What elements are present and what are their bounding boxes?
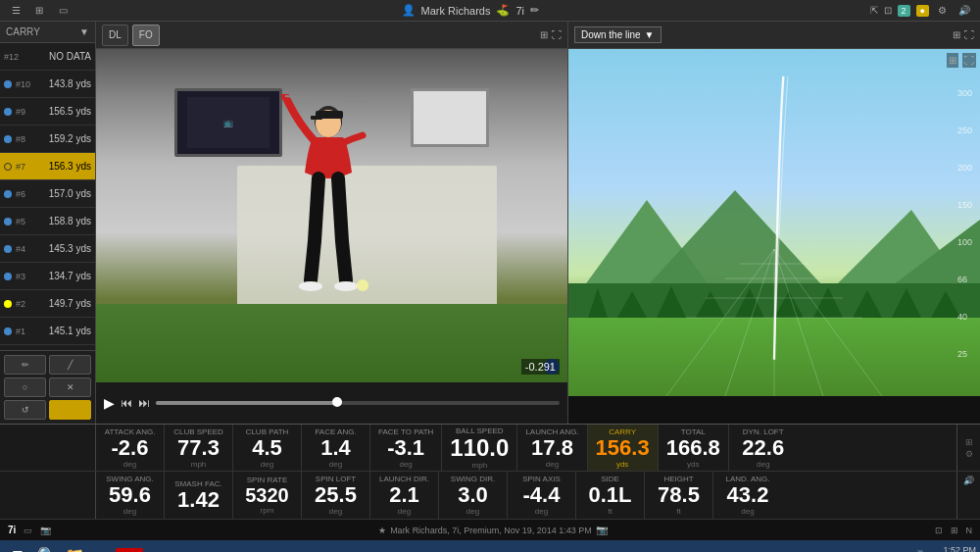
shot-val: 149.7 yds: [43, 298, 91, 309]
shot-num: #6: [16, 189, 39, 199]
stat-dyn-loft: DYN. LOFT 22.6 deg: [729, 425, 798, 471]
stat-spin-rate: SPIN RATE 5320 rpm: [233, 472, 302, 519]
stats-row-2-values: SWING ANG. 59.6 deg SMASH FAC. 1.42 SPIN…: [96, 472, 956, 519]
star-icon: ★: [378, 526, 386, 535]
color-tool[interactable]: [49, 400, 91, 420]
golfer-figure: [250, 94, 387, 333]
sidebar-item-2[interactable]: #2 149.7 yds: [0, 290, 95, 318]
progress-bar[interactable]: [156, 401, 560, 405]
color-dot: [4, 80, 12, 88]
progress-thumb[interactable]: [332, 397, 342, 407]
monitor-icon[interactable]: ▭: [55, 3, 71, 19]
sidebar-expand-icon[interactable]: ▼: [79, 26, 89, 37]
circle-tool[interactable]: ○: [4, 377, 46, 397]
sidebar-item-3[interactable]: #3 134.7 yds: [0, 263, 95, 290]
traj-fullscreen-icon[interactable]: ⛶: [964, 29, 974, 40]
signal-icon: N: [966, 526, 973, 535]
shot-val: 156.3 yds: [43, 161, 91, 172]
tool-row-2: ○ ✕: [4, 377, 91, 397]
play-button[interactable]: ▶: [104, 395, 115, 411]
volume-side-icon[interactable]: 🔊: [957, 476, 980, 485]
stat-total-unit: yds: [687, 460, 699, 469]
grid-icon[interactable]: ⊞: [31, 3, 47, 19]
traj-view-icons: ⊞ ⛶: [953, 29, 974, 40]
sidebar-item-8[interactable]: #8 159.2 yds: [0, 125, 95, 153]
stats-settings-icon[interactable]: ⚙: [965, 449, 973, 459]
video-controls: ▶ ⏮ ⏭: [96, 382, 567, 424]
sidebar-item-10[interactable]: #10 143.8 yds: [0, 71, 95, 98]
yard-40: 40: [957, 312, 972, 322]
sidebar-item-9[interactable]: #9 156.5 yds: [0, 98, 95, 125]
line-tool[interactable]: ╱: [49, 355, 91, 375]
stat-face-to-path-value: -3.1: [387, 437, 424, 459]
pencil-tool[interactable]: ✏: [4, 355, 46, 375]
step-back-button[interactable]: ⏮: [121, 396, 132, 410]
tps-badge: TPS: [116, 548, 143, 552]
fo-button[interactable]: FO: [132, 25, 160, 46]
traj-grid-icon[interactable]: ⊞: [953, 29, 960, 40]
stat-club-path-value: 4.5: [252, 437, 282, 459]
volume-icon[interactable]: 🔊: [956, 3, 972, 19]
color-dot: [4, 163, 12, 171]
sidebar-item-4[interactable]: #4 145.3 yds: [0, 235, 95, 263]
yard-150: 150: [957, 200, 972, 210]
badge-2[interactable]: 2: [898, 5, 910, 17]
settings-icon[interactable]: ⚙: [935, 3, 951, 19]
trajectory-panel: Down the line ▼ ⊞ ⛶: [568, 22, 980, 424]
monitor-icon-bottom[interactable]: ▭: [24, 526, 32, 535]
sidebar-item-6[interactable]: #6 157.0 yds: [0, 180, 95, 208]
shot-val: 145.3 yds: [43, 243, 91, 254]
shot-num: #1: [16, 326, 39, 336]
grid-view-icon[interactable]: ⊞: [540, 29, 548, 40]
camera-icon-bottom[interactable]: 📷: [40, 526, 51, 535]
edit-icon[interactable]: ✏: [530, 4, 539, 17]
stat-swing-ang-unit: deg: [123, 507, 136, 516]
color-dot: [4, 327, 12, 335]
sidebar-item-12[interactable]: #12 NO DATA: [0, 43, 95, 71]
stat-swing-dir-unit: deg: [466, 507, 479, 516]
stat-swing-ang: SWING ANG. 59.6 deg: [96, 472, 165, 519]
tool-row-1: ✏ ╱: [4, 355, 91, 375]
shot-val: 156.5 yds: [43, 106, 91, 117]
start-button[interactable]: ⊞: [4, 541, 31, 552]
stat-dyn-loft-unit: deg: [757, 460, 769, 469]
top-bar-left: ☰ ⊞ ▭: [8, 3, 71, 19]
sidebar-item-1[interactable]: #1 145.1 yds: [0, 318, 95, 345]
stat-spin-axis-value: -4.4: [523, 484, 561, 506]
svg-line-4: [285, 96, 368, 102]
stats-expand-icon[interactable]: ⊞: [965, 437, 973, 447]
stat-land-ang-value: 43.2: [727, 484, 769, 506]
step-forward-button[interactable]: ⏭: [138, 396, 150, 410]
taskbar-app-1[interactable]: 🔍: [35, 543, 59, 552]
expand-grid-icon[interactable]: ⊞: [947, 53, 958, 68]
start-icon: ⊞: [12, 547, 24, 552]
fullscreen-icon[interactable]: ⛶: [552, 29, 562, 40]
panel-icons: ⊞ ⛶: [947, 53, 976, 68]
stat-face-ang-unit: deg: [329, 460, 342, 469]
club-icon: ⛳: [496, 4, 510, 17]
stat-height: HEIGHT 78.5 ft: [645, 472, 713, 519]
top-bar: ☰ ⊞ ▭ 👤 Mark Richards ⛳ 7i ✏ ⇱ ⊡ 2 ● ⚙ 🔊: [0, 0, 980, 22]
menu-icon[interactable]: ☰: [8, 3, 24, 19]
camera-icon[interactable]: ⊡: [884, 5, 892, 16]
sidebar-tools: ✏ ╱ ○ ✕ ↺: [0, 350, 95, 424]
sidebar-item-7[interactable]: #7 156.3 yds: [0, 153, 95, 180]
stat-launch-dir-value: 2.1: [389, 484, 419, 506]
expand-icon[interactable]: ⛶: [962, 53, 976, 68]
stat-launch-dir: LAUNCH DIR. 2.1 deg: [370, 472, 439, 519]
arrows-icon[interactable]: ⇱: [870, 5, 878, 16]
main-area: CARRY ▼ #12 NO DATA #10 143.8 yds #9 156…: [0, 22, 980, 424]
view-dropdown[interactable]: Down the line ▼: [574, 26, 662, 43]
shot-num: #12: [4, 52, 27, 62]
sidebar-item-5[interactable]: #5 158.8 yds: [0, 208, 95, 235]
svg-point-7: [357, 279, 368, 291]
shot-num: #9: [16, 107, 39, 117]
taskbar-app-tps[interactable]: TPS: [118, 543, 141, 552]
video-view-icons: ⊞ ⛶: [540, 29, 562, 40]
dl-button[interactable]: DL: [102, 25, 128, 46]
photo-prop: [411, 88, 489, 147]
taskbar-app-ie[interactable]: e: [90, 543, 114, 552]
refresh-tool[interactable]: ↺: [4, 400, 46, 420]
delete-tool[interactable]: ✕: [49, 377, 91, 397]
taskbar-app-explorer[interactable]: 📁: [63, 543, 86, 552]
